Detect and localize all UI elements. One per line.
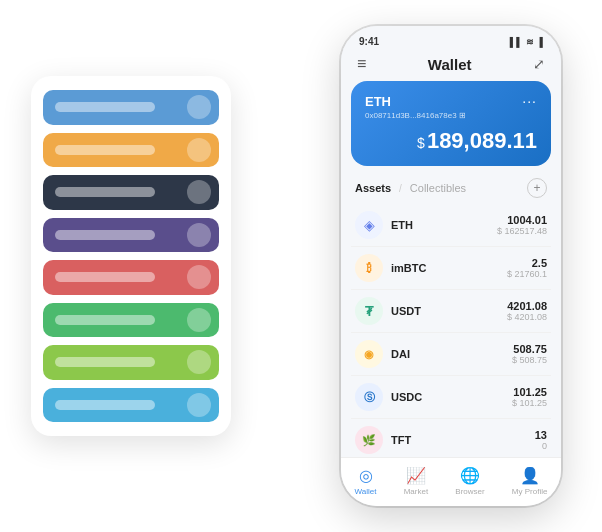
- asset-amounts: 1004.01 $ 162517.48: [497, 214, 547, 236]
- asset-amounts: 2.5 $ 21760.1: [507, 257, 547, 279]
- asset-primary-amount: 101.25: [512, 386, 547, 398]
- list-item[interactable]: [43, 90, 219, 125]
- status-icons: ▌▌ ≋ ▐: [510, 37, 543, 47]
- color-card-panel: [31, 76, 231, 436]
- asset-name: ETH: [391, 219, 497, 231]
- list-item[interactable]: [43, 345, 219, 380]
- asset-amounts: 4201.08 $ 4201.08: [507, 300, 547, 322]
- dai-icon: ◉: [355, 340, 383, 368]
- eth-amount: $189,089.11: [365, 128, 537, 154]
- table-row[interactable]: 🌿 TFT 13 0: [351, 419, 551, 457]
- table-row[interactable]: ◈ ETH 1004.01 $ 162517.48: [351, 204, 551, 247]
- assets-tabs: Assets / Collectibles: [355, 182, 466, 194]
- row-label-bar: [55, 315, 155, 325]
- usdt-icon: ₮: [355, 297, 383, 325]
- row-label-bar: [55, 102, 155, 112]
- list-item[interactable]: [43, 388, 219, 423]
- row-icon: [187, 350, 211, 374]
- eth-card[interactable]: ETH ··· 0x08711d3B...8416a78e3 ⊞ $189,08…: [351, 81, 551, 166]
- imbtc-icon: ₿: [355, 254, 383, 282]
- asset-primary-amount: 1004.01: [497, 214, 547, 226]
- nav-item-browser[interactable]: 🌐 Browser: [455, 466, 484, 496]
- row-icon: [187, 180, 211, 204]
- status-bar: 9:41 ▌▌ ≋ ▐: [341, 26, 561, 51]
- usdc-icon: Ⓢ: [355, 383, 383, 411]
- wallet-nav-icon: ◎: [359, 466, 373, 485]
- row-label-bar: [55, 400, 155, 410]
- table-row[interactable]: Ⓢ USDC 101.25 $ 101.25: [351, 376, 551, 419]
- asset-primary-amount: 4201.08: [507, 300, 547, 312]
- scene: 9:41 ▌▌ ≋ ▐ ≡ Wallet ⤢ ETH ··· 0x08711d3…: [21, 16, 581, 516]
- nav-item-wallet[interactable]: ◎ Wallet: [355, 466, 377, 496]
- asset-secondary-amount: $ 21760.1: [507, 269, 547, 279]
- bottom-nav: ◎ Wallet 📈 Market 🌐 Browser 👤 My Profile: [341, 457, 561, 506]
- profile-nav-icon: 👤: [520, 466, 540, 485]
- list-item[interactable]: [43, 133, 219, 168]
- row-label-bar: [55, 272, 155, 282]
- asset-secondary-amount: $ 4201.08: [507, 312, 547, 322]
- eth-address: 0x08711d3B...8416a78e3 ⊞: [365, 111, 537, 120]
- asset-secondary-amount: 0: [535, 441, 547, 451]
- eth-card-top: ETH ···: [365, 93, 537, 109]
- asset-amounts: 101.25 $ 101.25: [512, 386, 547, 408]
- list-item[interactable]: [43, 303, 219, 338]
- eth-amount-value: 189,089.11: [427, 128, 537, 153]
- asset-secondary-amount: $ 508.75: [512, 355, 547, 365]
- asset-primary-amount: 2.5: [507, 257, 547, 269]
- eth-label: ETH: [365, 94, 391, 109]
- page-title: Wallet: [428, 56, 472, 73]
- browser-nav-icon: 🌐: [460, 466, 480, 485]
- add-asset-button[interactable]: +: [527, 178, 547, 198]
- expand-icon[interactable]: ⤢: [533, 56, 545, 72]
- row-label-bar: [55, 187, 155, 197]
- asset-name: USDT: [391, 305, 507, 317]
- row-icon: [187, 308, 211, 332]
- asset-primary-amount: 13: [535, 429, 547, 441]
- battery-icon: ▐: [537, 37, 543, 47]
- asset-name: imBTC: [391, 262, 507, 274]
- tft-icon: 🌿: [355, 426, 383, 454]
- tab-assets[interactable]: Assets: [355, 182, 391, 194]
- tab-collectibles[interactable]: Collectibles: [410, 182, 466, 194]
- asset-secondary-amount: $ 162517.48: [497, 226, 547, 236]
- row-icon: [187, 393, 211, 417]
- list-item[interactable]: [43, 260, 219, 295]
- table-row[interactable]: ₿ imBTC 2.5 $ 21760.1: [351, 247, 551, 290]
- row-label-bar: [55, 230, 155, 240]
- asset-primary-amount: 508.75: [512, 343, 547, 355]
- wifi-icon: ≋: [526, 37, 534, 47]
- table-row[interactable]: ◉ DAI 508.75 $ 508.75: [351, 333, 551, 376]
- nav-item-profile[interactable]: 👤 My Profile: [512, 466, 548, 496]
- asset-amounts: 13 0: [535, 429, 547, 451]
- profile-nav-label: My Profile: [512, 487, 548, 496]
- eth-icon: ◈: [355, 211, 383, 239]
- status-time: 9:41: [359, 36, 379, 47]
- row-icon: [187, 95, 211, 119]
- wallet-nav-label: Wallet: [355, 487, 377, 496]
- tab-divider: /: [399, 183, 402, 194]
- asset-name: TFT: [391, 434, 535, 446]
- asset-list: ◈ ETH 1004.01 $ 162517.48 ₿ imBTC 2.5 $ …: [341, 204, 561, 457]
- row-icon: [187, 138, 211, 162]
- row-label-bar: [55, 145, 155, 155]
- nav-item-market[interactable]: 📈 Market: [404, 466, 428, 496]
- row-icon: [187, 223, 211, 247]
- market-nav-icon: 📈: [406, 466, 426, 485]
- asset-amounts: 508.75 $ 508.75: [512, 343, 547, 365]
- signal-icon: ▌▌: [510, 37, 523, 47]
- dollar-sign: $: [417, 135, 425, 151]
- menu-icon[interactable]: ≡: [357, 55, 366, 73]
- asset-secondary-amount: $ 101.25: [512, 398, 547, 408]
- asset-name: USDC: [391, 391, 512, 403]
- phone-mockup: 9:41 ▌▌ ≋ ▐ ≡ Wallet ⤢ ETH ··· 0x08711d3…: [341, 26, 561, 506]
- assets-header: Assets / Collectibles +: [341, 174, 561, 204]
- market-nav-label: Market: [404, 487, 428, 496]
- list-item[interactable]: [43, 175, 219, 210]
- phone-header: ≡ Wallet ⤢: [341, 51, 561, 81]
- eth-more-button[interactable]: ···: [522, 93, 537, 109]
- row-icon: [187, 265, 211, 289]
- list-item[interactable]: [43, 218, 219, 253]
- browser-nav-label: Browser: [455, 487, 484, 496]
- asset-name: DAI: [391, 348, 512, 360]
- table-row[interactable]: ₮ USDT 4201.08 $ 4201.08: [351, 290, 551, 333]
